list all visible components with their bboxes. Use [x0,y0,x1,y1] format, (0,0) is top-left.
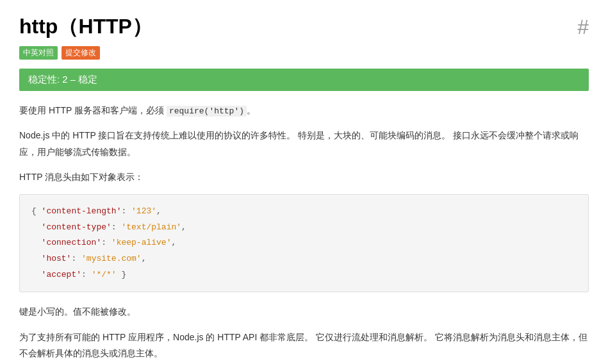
code-line-4: 'host': 'mysite.com', [31,251,577,267]
paragraph-http-header-intro: HTTP 消息头由如下对象表示： [19,169,589,185]
title-text: http（HTTP） [19,13,152,41]
inline-code-require: require('http') [167,106,247,117]
paragraph-http-api: 为了支持所有可能的 HTTP 应用程序，Node.js 的 HTTP API 都… [19,329,589,361]
paragraph-require: 要使用 HTTP 服务器和客户端，必须 require('http')。 [19,103,589,119]
paragraph-require-before: 要使用 HTTP 服务器和客户端，必须 [19,105,167,115]
badge-submit-edit[interactable]: 提交修改 [62,46,100,60]
paragraph-require-after: 。 [247,105,256,115]
hash-icon: # [577,15,589,39]
page-title: http（HTTP） # [19,13,589,41]
code-line-1: { 'content-length': '123', [31,204,577,220]
code-line-2: 'content-type': 'text/plain', [31,220,577,236]
paragraph-nodejs-http: Node.js 中的 HTTP 接口旨在支持传统上难以使用的协议的许多特性。 特… [19,128,589,160]
code-line-3: 'connection': 'keep-alive', [31,235,577,251]
badge-row: 中英对照 提交修改 [19,46,589,60]
badge-chinese-english[interactable]: 中英对照 [19,46,58,60]
code-line-5: 'accept': '*/*' } [31,267,577,283]
stability-bar: 稳定性: 2 – 稳定 [19,69,589,91]
code-block: { 'content-length': '123', 'content-type… [19,194,589,292]
paragraph-keys-lowercase: 键是小写的。值不能被修改。 [19,304,589,320]
